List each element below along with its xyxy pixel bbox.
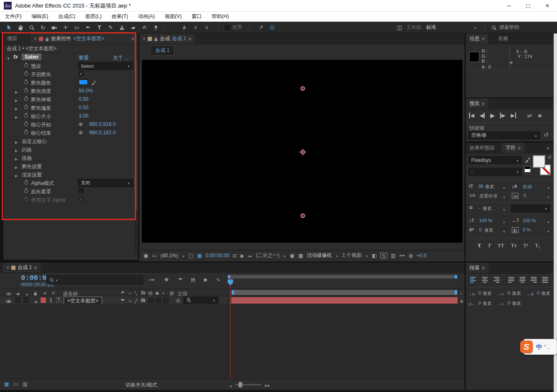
overview-end-handle[interactable] (454, 275, 457, 279)
region-of-interest-icon[interactable] (189, 253, 193, 258)
kerning-value[interactable]: 度量标准 (479, 193, 498, 199)
puppet-pin-tool[interactable] (150, 24, 162, 30)
close-icon[interactable] (143, 36, 146, 41)
viewer-tab[interactable]: 合成 1 (151, 46, 174, 55)
eyedropper-icon[interactable] (91, 79, 96, 85)
stopwatch-icon[interactable] (24, 105, 28, 109)
world-axis-mode-icon[interactable] (190, 25, 201, 30)
region-of-interest-icon[interactable] (267, 25, 278, 30)
tab-timeline-comp[interactable]: 合成 1 (3, 263, 41, 272)
ime-language-indicator[interactable]: 中 (536, 343, 542, 351)
chevron-down-icon[interactable] (547, 185, 550, 190)
expand-icon[interactable] (15, 89, 18, 94)
align-checkbox[interactable] (225, 25, 230, 30)
property-value[interactable]: 0.50 (79, 105, 88, 110)
panel-menu-icon[interactable] (131, 36, 134, 41)
menu-window[interactable]: 窗口 (187, 13, 207, 20)
layer-collapse-toggle[interactable] (128, 298, 132, 303)
font-style-dropdown[interactable]: - (468, 168, 522, 176)
chevron-down-icon[interactable] (182, 253, 185, 258)
small-caps-button[interactable]: Tᴛ (511, 242, 517, 249)
layer-visibility-icon[interactable] (6, 298, 11, 304)
stamp-tool[interactable] (116, 24, 128, 30)
point-target-icon[interactable] (79, 122, 83, 127)
expand-icon[interactable] (15, 97, 18, 102)
fast-previews-icon[interactable] (290, 253, 294, 258)
enable-glow-checkbox[interactable]: ✓ (79, 71, 84, 76)
justify-all-button[interactable] (542, 277, 549, 283)
stopwatch-icon[interactable] (24, 80, 28, 84)
property-value[interactable]: 3.00 (79, 113, 88, 119)
primary-viewer-icon[interactable] (152, 253, 157, 258)
subscript-button[interactable]: T₁ (535, 242, 540, 249)
parent-pickwhip-icon[interactable] (176, 298, 180, 303)
layer-name-field[interactable]: <空文本图层> (64, 297, 102, 305)
chevron-down-icon[interactable] (547, 219, 550, 224)
pixel-aspect-icon[interactable] (298, 253, 303, 258)
exposure-value[interactable]: +0.0 (416, 253, 426, 259)
stopwatch-icon[interactable] (24, 89, 28, 92)
shortcut-dropdown[interactable]: 空格键 (468, 131, 540, 139)
layer-frame-blend-toggle[interactable] (148, 298, 154, 303)
chevron-down-icon[interactable] (503, 194, 506, 199)
justify-last-center-button[interactable] (519, 277, 526, 283)
chevron-down-icon[interactable] (336, 253, 339, 258)
property-value[interactable]: 960.0,162.0 (89, 130, 116, 136)
toggle-switches-pane-icon[interactable] (4, 382, 9, 387)
composition-viewport[interactable] (142, 60, 462, 243)
resolution-value[interactable]: (二分之一) (256, 252, 279, 259)
layer-expand-icon[interactable] (35, 299, 38, 304)
perspective-icon[interactable] (372, 253, 377, 258)
all-caps-button[interactable]: TT (498, 242, 504, 249)
selection-tool[interactable] (3, 24, 15, 31)
always-preview-icon[interactable] (144, 253, 148, 258)
expand-icon[interactable] (15, 114, 18, 119)
close-icon[interactable] (6, 265, 9, 270)
expand-icon[interactable] (15, 148, 18, 153)
eraser-tool[interactable] (128, 25, 139, 30)
justify-last-right-button[interactable] (531, 277, 538, 283)
stopwatch-icon[interactable] (24, 72, 28, 76)
layer-motion-blur-toggle[interactable] (156, 298, 161, 303)
chevron-down-icon[interactable] (547, 194, 550, 199)
first-frame-button[interactable]: ◀ (469, 113, 474, 118)
stopwatch-icon[interactable] (24, 122, 28, 126)
tab-composition[interactable]: 合成 合成 1 (139, 33, 195, 44)
comp-marker-bin-icon[interactable] (459, 290, 462, 295)
stroke-width-value[interactable]: - (478, 205, 480, 210)
timeline-columns-divider[interactable] (227, 289, 228, 379)
view-layout-value[interactable]: 活动摄像机 (307, 252, 332, 259)
space-before-value[interactable]: 0 (508, 290, 510, 295)
parent-dropdown[interactable]: 无 (183, 297, 218, 304)
preset-dropdown[interactable]: Select (78, 62, 133, 70)
tab-effect-controls[interactable]: 效果控件 <空文本图层> (30, 33, 138, 44)
play-button[interactable]: ▶ (490, 112, 495, 119)
menu-animation[interactable]: 动画(A) (133, 13, 160, 20)
view-count-value[interactable]: 1 个视图 (342, 252, 362, 259)
menu-layer[interactable]: 图层(L) (80, 13, 107, 20)
tab-character[interactable]: 字符 (502, 143, 524, 153)
ime-toolbar[interactable]: S 中 °， (523, 339, 557, 355)
work-area-start-handle[interactable] (231, 290, 234, 295)
channel-icon[interactable] (248, 253, 252, 259)
tab-info[interactable]: 信息 (466, 33, 488, 44)
align-right-button[interactable] (493, 277, 500, 283)
menu-composition[interactable]: 合成(C) (53, 13, 80, 20)
layer-row[interactable]: 1 T <空文本图层> fx 无 (0, 296, 465, 305)
toggle-switches-modes-button[interactable]: 切换开关/模式 (126, 382, 157, 389)
menu-edit[interactable]: 编辑(E) (26, 13, 53, 20)
horizontal-scale-value[interactable]: 100 % (523, 218, 536, 223)
effect-point-end[interactable] (300, 213, 305, 218)
font-family-dropdown[interactable]: Fixedsys (468, 156, 522, 164)
layer-audio-toggle[interactable] (15, 297, 21, 303)
shape-tool[interactable] (71, 25, 82, 30)
shrink-workspace-icon[interactable] (255, 25, 267, 30)
hand-tool[interactable] (15, 24, 26, 31)
rotation-tool[interactable] (37, 25, 49, 31)
next-frame-button[interactable]: ▶ (500, 113, 505, 118)
magnification-value[interactable]: (40.1%) (161, 253, 178, 259)
about-link[interactable]: 关于 ... (113, 54, 128, 61)
black-white-swatch[interactable] (524, 166, 531, 172)
zoom-out-icon[interactable] (229, 383, 233, 388)
leading-value[interactable]: 自动 (523, 184, 532, 190)
